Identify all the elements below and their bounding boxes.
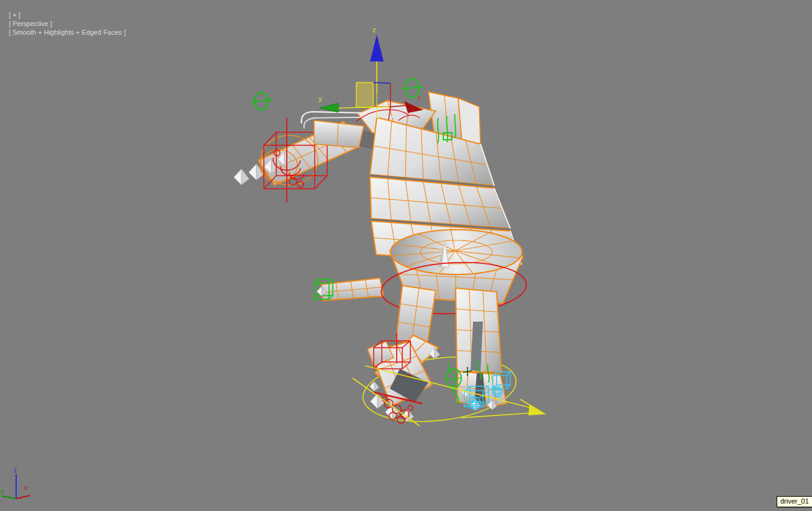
gizmo-x-label: x: [418, 94, 422, 101]
gizmo-y-label: y: [318, 95, 322, 102]
gizmo-plane-edge-blue: [373, 83, 390, 83]
object-name-tooltip: driver_01: [777, 496, 812, 507]
perspective-viewport[interactable]: z y x z y x [ + ] [ Perspective ] [ Smoo…: [0, 0, 812, 511]
world-axis-x-label: x: [24, 484, 27, 491]
viewport-menu-shading[interactable]: [ Smooth + Highlights + Edged Faces ]: [9, 29, 125, 36]
viewport-canvas[interactable]: z y x z y x: [0, 0, 812, 511]
world-axis-z-label: z: [14, 467, 17, 474]
viewport-menu-general[interactable]: [ + ]: [9, 11, 20, 19]
gizmo-plane-handle[interactable]: [356, 83, 373, 107]
viewport-menu-pov[interactable]: [ Perspective ]: [9, 20, 52, 27]
world-axis-y-label: y: [1, 488, 4, 495]
viewport-label-bar: [ + ] [ Perspective ] [ Smooth + Highlig…: [5, 2, 128, 37]
gizmo-z-label: z: [372, 26, 376, 34]
